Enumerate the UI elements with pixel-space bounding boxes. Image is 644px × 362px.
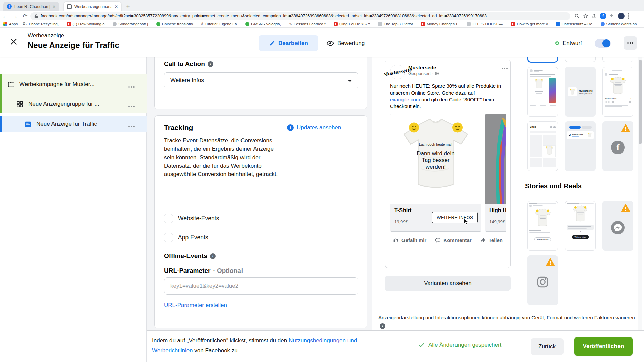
terms-link[interactable]: Nutzungsbedingungen und	[289, 337, 357, 344]
updates-link[interactable]: i Updates ansehen	[287, 124, 341, 131]
preview-scrollbar[interactable]	[638, 57, 642, 330]
facebook-extension-icon[interactable]: f	[600, 13, 606, 19]
header-more-button[interactable]	[624, 36, 637, 50]
view-variants-button[interactable]: Varianten ansehen	[385, 276, 511, 291]
mini-page-name: Musterseite	[572, 133, 586, 135]
url-parameter-input[interactable]	[164, 277, 358, 295]
product-card-highheels[interactable]: High He 149,99€	[485, 114, 506, 232]
placement-thumb-marketplace[interactable]: Shop	[527, 121, 558, 171]
sidebar-item-ad[interactable]: Neue Anzeige für Traffic	[24, 117, 97, 131]
bookmark-item[interactable]: Chinese translatio...	[156, 22, 196, 26]
browser-tab-adsmanager[interactable]: Werbeanzeigenmanager - Wer... ✕	[64, 2, 121, 11]
bookmark-item[interactable]: Datenschutz – Re...	[556, 22, 596, 26]
placement-thumb-link-preview[interactable]: Musterseite example.com	[565, 67, 596, 117]
share-button[interactable]: Teilen	[480, 237, 503, 243]
publish-button[interactable]: Veröffentlichen	[574, 337, 633, 356]
bookmark-item[interactable]: ✎Lessons Learned f...	[289, 22, 329, 26]
placement-thumb-unavailable-facebook[interactable]: f	[602, 121, 633, 171]
info-icon[interactable]: i	[208, 61, 213, 67]
back-icon[interactable]: ←	[0, 13, 10, 19]
ad-preview-post: Musterseite Musterseite Gesponsert · Nur…	[385, 60, 511, 268]
tab-close-icon[interactable]: ✕	[52, 4, 56, 9]
placement-thumb-unavailable-messenger[interactable]	[602, 201, 633, 251]
sidebar-item-adset[interactable]: Neue Anzeigengruppe für ...	[16, 97, 99, 111]
placement-thumb-facebook-story[interactable]: Weitere Infos	[527, 201, 558, 251]
site-icon	[601, 22, 605, 26]
comment-button[interactable]: Kommentar	[435, 237, 471, 243]
adset-options-button[interactable]	[125, 103, 138, 109]
youtube-icon	[421, 22, 425, 26]
edit-tab-button[interactable]: Bearbeiten	[259, 35, 318, 51]
back-button[interactable]: Zurück	[531, 338, 564, 355]
placement-thumb-facebook-feed[interactable]	[527, 67, 558, 117]
placement-thumb[interactable]	[565, 57, 596, 62]
ad-label: Neue Anzeige für Traffic	[36, 121, 97, 127]
website-events-label: Website-Events	[178, 215, 219, 222]
product-card-tshirt[interactable]: Lach doch heute mal! Dann wird dein Tag …	[390, 114, 481, 232]
tab-title: Leon R. Chaudhari | Facebook	[14, 4, 50, 9]
browser-menu-icon[interactable]	[628, 13, 629, 19]
weitere-infos-button[interactable]: WEITERE INFOS	[432, 212, 478, 223]
info-icon[interactable]: i	[210, 253, 216, 259]
app-events-row: App Events	[164, 233, 208, 242]
bookmark-item[interactable]: The Top 3 Platfor...	[378, 22, 416, 26]
folder-icon	[7, 81, 15, 88]
app-events-checkbox[interactable]	[164, 233, 173, 242]
mini-product-sliver	[549, 78, 556, 103]
browser-tab-facebook[interactable]: f Leon R. Chaudhari | Facebook ✕	[3, 2, 59, 11]
placement-thumb-instagram-explore[interactable]: ‹ Weitere Infos ›	[602, 67, 633, 117]
campaign-options-button[interactable]	[125, 83, 138, 89]
close-icon[interactable]	[9, 37, 18, 46]
bookmark-item[interactable]: Student Wants an...	[601, 22, 640, 26]
new-tab-button[interactable]: +	[126, 3, 130, 10]
bookmark-item[interactable]: Sonderangebot! |...	[113, 22, 151, 26]
bookmark-item[interactable]: Qing Fei De Yi - Y...	[334, 22, 373, 26]
placement-thumb-search-results[interactable]: M Musterseite	[565, 121, 596, 171]
create-url-parameter-link[interactable]: URL-Parameter erstellen	[164, 302, 227, 309]
bookmark-apps[interactable]: Apps	[3, 22, 18, 26]
bookmark-star-icon[interactable]	[583, 13, 588, 19]
ad-policies-link[interactable]: Werberichtlinien	[152, 347, 193, 354]
kebab-icon	[131, 106, 132, 107]
bookmark-item[interactable]: #Tutorial: Eigene Fa...	[201, 22, 240, 26]
extension-puzzle-icon[interactable]	[609, 13, 614, 19]
bookmark-item[interactable]: GMSN - Vologda,...	[245, 22, 284, 26]
bookmark-item[interactable]: Money Changes E...	[421, 22, 462, 26]
tab-close-icon[interactable]: ✕	[115, 4, 118, 9]
sidebar-item-campaign[interactable]: Werbekampagne für Muster...	[7, 77, 95, 92]
placement-thumb-unavailable-instagram[interactable]	[527, 255, 558, 305]
website-events-checkbox[interactable]	[164, 214, 173, 223]
mini-product-card	[530, 78, 548, 103]
hash-icon: #	[201, 22, 203, 26]
placement-thumb[interactable]	[602, 57, 633, 62]
reload-icon[interactable]: ⟳	[20, 13, 30, 19]
ad-options-button[interactable]	[125, 123, 138, 129]
placement-thumb-selected[interactable]	[527, 57, 558, 63]
post-link[interactable]: example.com	[390, 97, 420, 102]
lock-icon	[34, 14, 38, 18]
product-footer: High He 149,99€	[485, 204, 506, 231]
pencil-icon	[269, 40, 275, 46]
avatar-logo-text: M	[568, 134, 571, 136]
tracking-card: Tracking Tracke Event-Datensätze, die Co…	[154, 115, 367, 328]
post-options-icon[interactable]	[504, 68, 505, 69]
bookmark-item[interactable]: How to get more v...	[511, 22, 551, 26]
page-name[interactable]: Musterseite	[408, 65, 501, 70]
profile-avatar[interactable]	[618, 13, 625, 19]
share-icon[interactable]	[592, 13, 597, 19]
website-events-row: Website-Events	[164, 214, 219, 223]
review-tab-button[interactable]: Bewertung	[326, 35, 365, 51]
bookmark-item[interactable]: (1) How Working a...	[67, 22, 108, 26]
placeholder-icons	[605, 101, 631, 103]
scrollbar-thumb[interactable]	[639, 60, 642, 144]
draft-toggle[interactable]	[595, 39, 611, 48]
bookmark-item[interactable]: O₂Phone Recycling,...	[23, 22, 62, 26]
cta-select[interactable]: Weitere Infos	[164, 72, 358, 88]
forward-icon[interactable]: →	[10, 13, 20, 19]
placement-thumb-instagram-story[interactable]: ⌃ Weitere Infos	[565, 201, 596, 251]
search-icon[interactable]	[574, 13, 580, 19]
bookmark-item[interactable]: LEE 'S HOUSE—...	[467, 22, 506, 26]
like-button[interactable]: Gefällt mir	[393, 237, 426, 243]
address-bar[interactable]: facebook.com/adsmanager/manage/ads/edit?…	[30, 12, 570, 20]
info-icon[interactable]: i	[380, 323, 385, 329]
